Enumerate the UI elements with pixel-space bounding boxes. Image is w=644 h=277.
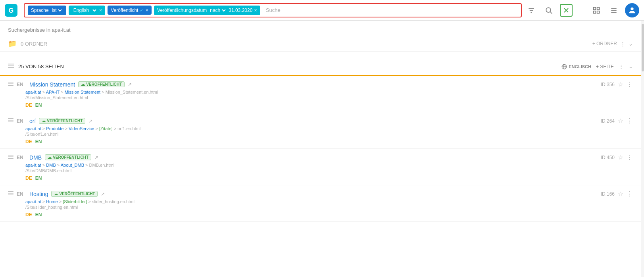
svg-text:G: G bbox=[9, 7, 13, 14]
star-icon[interactable]: ☆ bbox=[618, 117, 623, 125]
folder-icon: 📁 bbox=[8, 39, 17, 48]
external-link-icon[interactable]: ↗ bbox=[94, 155, 98, 160]
page-more-icon[interactable]: ⋮ bbox=[627, 154, 633, 161]
external-link-icon[interactable]: ↗ bbox=[128, 82, 132, 87]
pages-count: 25 VON 58 SEITEN bbox=[18, 63, 64, 69]
bc-bracket-link[interactable]: [Sliderbilder] bbox=[63, 199, 87, 204]
ist-select[interactable]: ist bbox=[50, 7, 63, 13]
filter-icon-btn[interactable] bbox=[525, 4, 538, 17]
star-icon[interactable]: ☆ bbox=[618, 190, 623, 198]
logo-icon[interactable]: G bbox=[5, 4, 17, 17]
page-lang-tag: EN bbox=[17, 191, 26, 197]
page-item: EN Hosting ☁ VERÖFFENTLICHT ↗ ID:166 ☆ ⋮… bbox=[0, 185, 641, 222]
lang-en-tag[interactable]: EN bbox=[35, 139, 42, 144]
published-filter-close[interactable]: × bbox=[145, 7, 148, 13]
breadcrumb-path: apa-it.at > DMB > About_DMB > DMB.en.htm… bbox=[8, 163, 633, 167]
page-item-top: EN Mission Statement ☁ VERÖFFENTLICHT ↗ … bbox=[8, 81, 633, 88]
language-filter-chip[interactable]: English Deutsch × bbox=[69, 6, 106, 15]
page-title-link[interactable]: Mission Statement bbox=[29, 81, 75, 88]
section-header: Suchergebnisse in apa-it.at bbox=[0, 21, 641, 36]
lang-label: ENGLISCH bbox=[569, 64, 591, 69]
lang-de-tag[interactable]: DE bbox=[25, 212, 32, 217]
external-link-icon[interactable]: ↗ bbox=[88, 118, 92, 124]
bc-link[interactable]: apa-it.at bbox=[25, 90, 41, 94]
cloud-icon: ☁ bbox=[54, 192, 58, 196]
cloud-icon: ☁ bbox=[81, 82, 85, 87]
sprache-filter-chip[interactable]: Sprache ist bbox=[28, 6, 66, 15]
page-item-right: ID:166 ☆ ⋮ bbox=[601, 190, 633, 198]
grid-icon-btn[interactable] bbox=[590, 4, 603, 17]
page-title-link[interactable]: DMB bbox=[29, 154, 42, 161]
date-filter-chip[interactable]: Veröffentlichungsdatum nach vor 31.03.20… bbox=[154, 6, 260, 15]
lang-en-tag[interactable]: EN bbox=[35, 102, 42, 108]
site-path: /Site/DMB/DMB.en.html bbox=[8, 168, 633, 173]
page-title-row: EN Mission Statement ☁ VERÖFFENTLICHT ↗ bbox=[8, 81, 598, 88]
page-title-link[interactable]: Hosting bbox=[29, 191, 48, 197]
page-id: ID:166 bbox=[601, 191, 615, 197]
add-folder-btn[interactable]: + ORDNER bbox=[592, 41, 617, 46]
bc-link[interactable]: apa-it.at bbox=[25, 163, 41, 167]
page-item-right: ID:264 ☆ ⋮ bbox=[601, 117, 633, 125]
external-link-icon[interactable]: ↗ bbox=[101, 191, 105, 197]
language-select[interactable]: English Deutsch bbox=[72, 7, 98, 13]
page-item: EN DMB ☁ VERÖFFENTLICHT ↗ ID:450 ☆ ⋮ apa… bbox=[0, 149, 641, 185]
scrollbar-thumb[interactable] bbox=[642, 24, 644, 71]
search-icon-btn[interactable] bbox=[542, 4, 555, 17]
close-icon-btn[interactable] bbox=[560, 4, 573, 17]
bc-link[interactable]: VideoService bbox=[69, 126, 94, 131]
add-page-btn[interactable]: + SEITE bbox=[596, 64, 614, 69]
search-placeholder[interactable]: Suche bbox=[263, 6, 284, 15]
nach-select[interactable]: nach vor bbox=[208, 7, 227, 13]
page-more-icon[interactable]: ⋮ bbox=[627, 190, 633, 198]
user-avatar[interactable] bbox=[625, 3, 639, 17]
bc-link[interactable]: About_DMB bbox=[61, 163, 84, 167]
page-lang-tag: EN bbox=[17, 118, 26, 124]
page-drag-icon bbox=[8, 154, 13, 161]
lang-de-tag[interactable]: DE bbox=[25, 102, 32, 108]
lang-de-tag[interactable]: DE bbox=[25, 139, 32, 144]
bc-link[interactable]: Mission Statement bbox=[65, 90, 100, 94]
star-icon[interactable]: ☆ bbox=[618, 154, 623, 161]
bc-link[interactable]: APA-IT bbox=[46, 90, 60, 94]
folder-more-icon[interactable]: ⋮ bbox=[620, 41, 625, 47]
lang-de-tag[interactable]: DE bbox=[25, 175, 32, 181]
svg-rect-17 bbox=[8, 64, 14, 65]
pages-more-icon[interactable]: ⋮ bbox=[619, 63, 624, 69]
svg-rect-19 bbox=[8, 67, 14, 68]
svg-rect-24 bbox=[8, 83, 13, 84]
page-item-top: EN orf ☁ VERÖFFENTLICHT ↗ ID:264 ☆ ⋮ bbox=[8, 117, 633, 125]
lang-en-tag[interactable]: EN bbox=[35, 175, 42, 181]
page-title-row: EN Hosting ☁ VERÖFFENTLICHT ↗ bbox=[8, 190, 598, 197]
bc-bracket-link[interactable]: [Zitate] bbox=[99, 126, 113, 131]
page-lang-tag: EN bbox=[17, 82, 26, 87]
scrollbar-track[interactable] bbox=[641, 21, 644, 277]
folder-actions: + ORDNER ⋮ ⌄ bbox=[592, 41, 633, 47]
published-filter-chip[interactable]: Veröffentlicht ✓ × bbox=[108, 6, 152, 15]
pages-expand-icon[interactable]: ⌄ bbox=[629, 63, 633, 69]
language-filter-close[interactable]: × bbox=[99, 7, 102, 13]
bc-link[interactable]: Home bbox=[46, 199, 58, 204]
lang-en-tag[interactable]: EN bbox=[35, 212, 42, 217]
results-title: Suchergebnisse in apa-it.at bbox=[8, 27, 71, 33]
bc-link[interactable]: apa-it.at bbox=[25, 199, 41, 204]
lang-tags: DE EN bbox=[8, 139, 633, 144]
site-path: /Site/Mission_Statement.en.html bbox=[8, 95, 633, 100]
date-filter-close[interactable]: × bbox=[254, 7, 257, 13]
svg-rect-11 bbox=[594, 11, 596, 13]
bc-link[interactable]: Produkte bbox=[46, 126, 63, 131]
bc-link[interactable]: apa-it.at bbox=[25, 126, 41, 131]
folder-row: 📁 0 ORDNER + ORDNER ⋮ ⌄ bbox=[0, 36, 641, 52]
bc-link[interactable]: DMB bbox=[46, 163, 56, 167]
folder-expand-icon[interactable]: ⌄ bbox=[629, 41, 633, 47]
lang-globe-btn[interactable]: ENGLISCH bbox=[561, 64, 591, 69]
page-more-icon[interactable]: ⋮ bbox=[627, 81, 633, 88]
star-icon[interactable]: ☆ bbox=[618, 81, 623, 88]
sprache-label: Sprache bbox=[31, 8, 49, 13]
svg-rect-29 bbox=[8, 155, 13, 155]
checkmark-icon: ✓ bbox=[140, 8, 144, 13]
list-icon-btn[interactable] bbox=[607, 4, 620, 17]
page-more-icon[interactable]: ⋮ bbox=[627, 117, 633, 125]
svg-line-6 bbox=[550, 12, 552, 13]
bc-filename: orf1.en.html bbox=[117, 126, 140, 131]
page-title-link[interactable]: orf bbox=[29, 118, 36, 124]
